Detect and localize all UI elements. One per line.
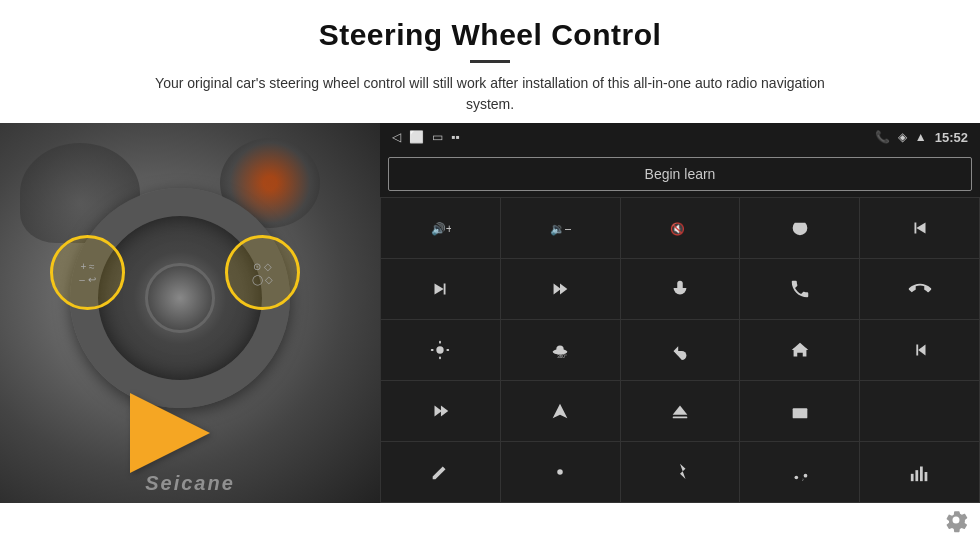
- steering-photo: + ≈ – ↩ ⊙ ◇ ◯ ◇ Seicane: [0, 123, 380, 503]
- begin-learn-container: Begin learn: [380, 151, 980, 197]
- music-button[interactable]: ♪: [740, 442, 859, 502]
- svg-rect-26: [673, 417, 688, 419]
- settings-btn[interactable]: [501, 442, 620, 502]
- svg-text:♪: ♪: [802, 477, 804, 482]
- svg-rect-48: [924, 472, 927, 481]
- svg-point-37: [557, 469, 563, 475]
- steering-wheel-hub: [145, 263, 215, 333]
- svg-marker-25: [673, 406, 688, 415]
- svg-marker-23: [441, 406, 448, 417]
- recents-nav-icon[interactable]: ▭: [432, 130, 443, 144]
- right-button-circle: ⊙ ◇ ◯ ◇: [225, 235, 300, 310]
- power-button[interactable]: [740, 198, 859, 258]
- status-time: 15:52: [935, 130, 968, 145]
- brightness-button[interactable]: [381, 320, 500, 380]
- page-title: Steering Wheel Control: [0, 18, 980, 52]
- eq-button[interactable]: [860, 381, 979, 441]
- pencil-button[interactable]: [381, 442, 500, 502]
- android-interface: ◁ ⬜ ▭ ▪▪ 📞 ◈ ▲ 15:52 Begin learn �: [380, 123, 980, 503]
- home-button[interactable]: [740, 320, 859, 380]
- arrow-indicator: [130, 393, 210, 473]
- vol-up-button[interactable]: 🔊+: [381, 198, 500, 258]
- spectrum-button[interactable]: [860, 442, 979, 502]
- svg-marker-5: [435, 284, 444, 295]
- content-area: + ≈ – ↩ ⊙ ◇ ◯ ◇ Seicane ◁ ⬜: [0, 123, 980, 503]
- prev-track-button[interactable]: [860, 198, 979, 258]
- controls-grid: 🔊+ 🔉– 🔇: [380, 197, 980, 503]
- svg-marker-21: [916, 345, 918, 356]
- left-button-circle: + ≈ – ↩: [50, 235, 125, 310]
- phone-answer-button[interactable]: [740, 259, 859, 319]
- wifi-icon: ◈: [898, 130, 907, 144]
- gear-settings-icon[interactable]: [942, 506, 970, 538]
- next-track-button[interactable]: [381, 259, 500, 319]
- signal-icon: ▲: [915, 130, 927, 144]
- svg-point-28: [802, 411, 806, 415]
- svg-marker-6: [444, 284, 446, 295]
- phone-status-icon: 📞: [875, 130, 890, 144]
- svg-marker-8: [560, 284, 567, 295]
- navigate-button[interactable]: [501, 381, 620, 441]
- svg-rect-45: [910, 474, 913, 481]
- battery-icon: ▪▪: [451, 130, 460, 144]
- back-nav-icon[interactable]: ◁: [392, 130, 401, 144]
- svg-point-39: [794, 476, 798, 480]
- svg-text:🔇: 🔇: [670, 221, 685, 236]
- svg-line-43: [798, 467, 807, 469]
- svg-rect-47: [920, 467, 923, 482]
- svg-rect-15: [431, 349, 434, 351]
- status-bar: ◁ ⬜ ▭ ▪▪ 📞 ◈ ▲ 15:52: [380, 123, 980, 151]
- eject-button[interactable]: [621, 381, 740, 441]
- 360-cam-button[interactable]: 360°: [501, 320, 620, 380]
- home-nav-icon[interactable]: ⬜: [409, 130, 424, 144]
- svg-marker-3: [914, 223, 916, 234]
- svg-rect-13: [439, 341, 441, 344]
- bluetooth-button[interactable]: [621, 442, 740, 502]
- svg-point-12: [437, 346, 444, 353]
- begin-learn-button[interactable]: Begin learn: [388, 157, 972, 191]
- watermark: Seicane: [145, 472, 235, 495]
- svg-marker-22: [435, 406, 442, 417]
- mute-button[interactable]: 🔇: [621, 198, 740, 258]
- phone-reject-button[interactable]: [860, 259, 979, 319]
- back-button[interactable]: [621, 320, 740, 380]
- radio-button[interactable]: [740, 381, 859, 441]
- svg-text:360°: 360°: [557, 354, 567, 359]
- svg-marker-7: [554, 284, 561, 295]
- svg-marker-4: [916, 223, 925, 234]
- svg-rect-14: [439, 356, 441, 359]
- vol-down-button[interactable]: 🔉–: [501, 198, 620, 258]
- svg-rect-46: [915, 470, 918, 481]
- svg-marker-24: [553, 404, 568, 419]
- svg-point-40: [803, 474, 807, 478]
- page-header: Steering Wheel Control Your original car…: [0, 0, 980, 123]
- svg-marker-20: [918, 345, 925, 356]
- status-left: ◁ ⬜ ▭ ▪▪: [392, 130, 460, 144]
- svg-text:🔉–: 🔉–: [550, 221, 571, 236]
- mic-button[interactable]: [621, 259, 740, 319]
- skip-back-button[interactable]: [860, 320, 979, 380]
- status-right: 📞 ◈ ▲ 15:52: [875, 130, 968, 145]
- fast-fwd-button[interactable]: [381, 381, 500, 441]
- skip-fwd-button[interactable]: [501, 259, 620, 319]
- arrow-shape: [130, 393, 210, 473]
- svg-rect-16: [447, 349, 450, 351]
- page-description: Your original car's steering wheel contr…: [140, 73, 840, 115]
- svg-text:🔊+: 🔊+: [431, 221, 451, 236]
- title-divider: [470, 60, 510, 63]
